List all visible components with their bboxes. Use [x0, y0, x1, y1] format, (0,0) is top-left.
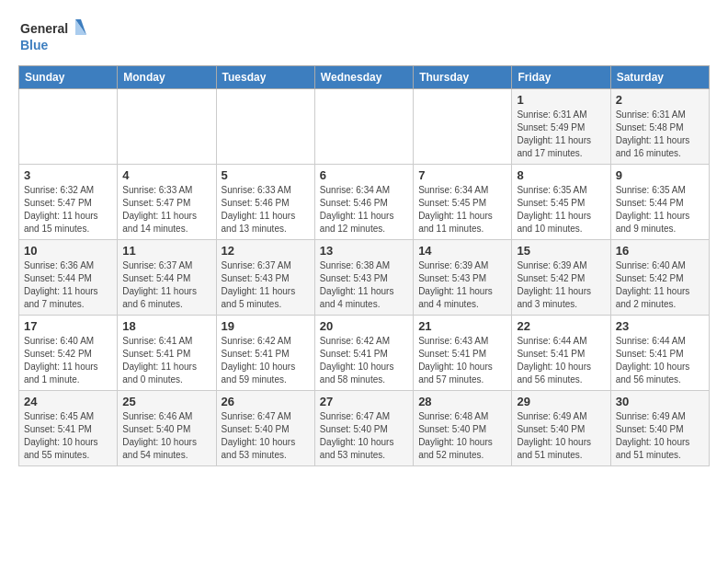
- day-info: Sunrise: 6:37 AM Sunset: 5:44 PM Dayligh…: [122, 259, 210, 311]
- day-info: Sunrise: 6:36 AM Sunset: 5:44 PM Dayligh…: [24, 259, 112, 311]
- calendar-cell: [414, 89, 512, 165]
- logo: General Blue: [18, 15, 92, 56]
- day-number: 7: [418, 168, 506, 182]
- day-number: 20: [320, 319, 408, 333]
- day-info: Sunrise: 6:40 AM Sunset: 5:42 PM Dayligh…: [616, 259, 704, 311]
- day-info: Sunrise: 6:34 AM Sunset: 5:45 PM Dayligh…: [418, 184, 506, 236]
- weekday-header-tuesday: Tuesday: [216, 66, 314, 89]
- calendar-cell: 29Sunrise: 6:49 AM Sunset: 5:40 PM Dayli…: [512, 391, 610, 466]
- day-info: Sunrise: 6:39 AM Sunset: 5:43 PM Dayligh…: [418, 259, 506, 311]
- svg-text:General: General: [20, 21, 68, 36]
- calendar-cell: 18Sunrise: 6:41 AM Sunset: 5:41 PM Dayli…: [118, 316, 216, 391]
- day-info: Sunrise: 6:33 AM Sunset: 5:47 PM Dayligh…: [122, 184, 210, 236]
- day-info: Sunrise: 6:43 AM Sunset: 5:41 PM Dayligh…: [418, 335, 506, 386]
- weekday-header-thursday: Thursday: [414, 66, 512, 89]
- day-info: Sunrise: 6:40 AM Sunset: 5:42 PM Dayligh…: [24, 335, 112, 386]
- day-number: 23: [616, 319, 704, 333]
- day-number: 25: [122, 395, 210, 408]
- calendar-cell: 11Sunrise: 6:37 AM Sunset: 5:44 PM Dayli…: [118, 240, 216, 316]
- day-info: Sunrise: 6:33 AM Sunset: 5:46 PM Dayligh…: [222, 184, 310, 236]
- day-number: 30: [616, 395, 704, 408]
- day-number: 9: [616, 168, 704, 182]
- calendar-cell: 22Sunrise: 6:44 AM Sunset: 5:41 PM Dayli…: [512, 316, 610, 391]
- calendar-cell: 15Sunrise: 6:39 AM Sunset: 5:42 PM Dayli…: [512, 240, 610, 316]
- weekday-header-sunday: Sunday: [19, 66, 118, 89]
- day-number: 10: [24, 244, 112, 258]
- calendar-cell: 17Sunrise: 6:40 AM Sunset: 5:42 PM Dayli…: [19, 316, 118, 391]
- day-number: 21: [418, 319, 506, 333]
- calendar-cell: 20Sunrise: 6:42 AM Sunset: 5:41 PM Dayli…: [314, 316, 413, 391]
- day-number: 22: [517, 319, 605, 333]
- calendar-cell: 3Sunrise: 6:32 AM Sunset: 5:47 PM Daylig…: [19, 165, 118, 240]
- calendar-week-row: 24Sunrise: 6:45 AM Sunset: 5:41 PM Dayli…: [19, 391, 710, 466]
- calendar-cell: 16Sunrise: 6:40 AM Sunset: 5:42 PM Dayli…: [610, 240, 709, 316]
- calendar-cell: 12Sunrise: 6:37 AM Sunset: 5:43 PM Dayli…: [216, 240, 314, 316]
- day-number: 26: [222, 395, 310, 408]
- day-number: 28: [418, 395, 506, 408]
- day-info: Sunrise: 6:32 AM Sunset: 5:47 PM Dayligh…: [24, 184, 112, 236]
- calendar-cell: 26Sunrise: 6:47 AM Sunset: 5:40 PM Dayli…: [216, 391, 314, 466]
- day-number: 18: [122, 319, 210, 333]
- day-info: Sunrise: 6:38 AM Sunset: 5:43 PM Dayligh…: [320, 259, 408, 311]
- calendar-week-row: 10Sunrise: 6:36 AM Sunset: 5:44 PM Dayli…: [19, 240, 710, 316]
- calendar-cell: 7Sunrise: 6:34 AM Sunset: 5:45 PM Daylig…: [414, 165, 512, 240]
- day-info: Sunrise: 6:49 AM Sunset: 5:40 PM Dayligh…: [517, 410, 605, 462]
- day-number: 14: [418, 244, 506, 258]
- day-info: Sunrise: 6:34 AM Sunset: 5:46 PM Dayligh…: [320, 184, 408, 236]
- day-number: 3: [24, 168, 112, 182]
- calendar-cell: 14Sunrise: 6:39 AM Sunset: 5:43 PM Dayli…: [414, 240, 512, 316]
- day-info: Sunrise: 6:42 AM Sunset: 5:41 PM Dayligh…: [222, 335, 310, 386]
- calendar-cell: 4Sunrise: 6:33 AM Sunset: 5:47 PM Daylig…: [118, 165, 216, 240]
- calendar-cell: 13Sunrise: 6:38 AM Sunset: 5:43 PM Dayli…: [314, 240, 413, 316]
- day-number: 17: [24, 319, 112, 333]
- weekday-header-monday: Monday: [118, 66, 216, 89]
- day-number: 6: [320, 168, 408, 182]
- day-number: 15: [517, 244, 605, 258]
- calendar-cell: 23Sunrise: 6:44 AM Sunset: 5:41 PM Dayli…: [610, 316, 709, 391]
- day-info: Sunrise: 6:31 AM Sunset: 5:49 PM Dayligh…: [517, 109, 605, 160]
- page-header: General Blue: [18, 15, 710, 56]
- day-number: 27: [320, 395, 408, 408]
- day-info: Sunrise: 6:37 AM Sunset: 5:43 PM Dayligh…: [222, 259, 310, 311]
- day-info: Sunrise: 6:47 AM Sunset: 5:40 PM Dayligh…: [222, 410, 310, 462]
- calendar-cell: 5Sunrise: 6:33 AM Sunset: 5:46 PM Daylig…: [216, 165, 314, 240]
- day-info: Sunrise: 6:45 AM Sunset: 5:41 PM Dayligh…: [24, 410, 112, 462]
- day-info: Sunrise: 6:35 AM Sunset: 5:45 PM Dayligh…: [517, 184, 605, 236]
- day-info: Sunrise: 6:41 AM Sunset: 5:41 PM Dayligh…: [122, 335, 210, 386]
- logo-svg: General Blue: [18, 15, 92, 56]
- calendar-cell: [118, 89, 216, 165]
- calendar-header-row: SundayMondayTuesdayWednesdayThursdayFrid…: [19, 66, 710, 89]
- svg-text:Blue: Blue: [20, 38, 49, 52]
- day-number: 2: [616, 93, 704, 107]
- weekday-header-friday: Friday: [512, 66, 610, 89]
- day-number: 19: [222, 319, 310, 333]
- calendar-cell: 24Sunrise: 6:45 AM Sunset: 5:41 PM Dayli…: [19, 391, 118, 466]
- day-info: Sunrise: 6:49 AM Sunset: 5:40 PM Dayligh…: [616, 410, 704, 462]
- weekday-header-wednesday: Wednesday: [314, 66, 413, 89]
- day-info: Sunrise: 6:47 AM Sunset: 5:40 PM Dayligh…: [320, 410, 408, 462]
- day-number: 12: [222, 244, 310, 258]
- calendar-cell: 6Sunrise: 6:34 AM Sunset: 5:46 PM Daylig…: [314, 165, 413, 240]
- day-info: Sunrise: 6:31 AM Sunset: 5:48 PM Dayligh…: [616, 109, 704, 160]
- calendar-cell: 30Sunrise: 6:49 AM Sunset: 5:40 PM Dayli…: [610, 391, 709, 466]
- calendar-cell: [216, 89, 314, 165]
- calendar-week-row: 17Sunrise: 6:40 AM Sunset: 5:42 PM Dayli…: [19, 316, 710, 391]
- calendar-week-row: 3Sunrise: 6:32 AM Sunset: 5:47 PM Daylig…: [19, 165, 710, 240]
- day-number: 4: [122, 168, 210, 182]
- day-info: Sunrise: 6:39 AM Sunset: 5:42 PM Dayligh…: [517, 259, 605, 311]
- calendar-cell: [314, 89, 413, 165]
- day-info: Sunrise: 6:44 AM Sunset: 5:41 PM Dayligh…: [616, 335, 704, 386]
- day-info: Sunrise: 6:42 AM Sunset: 5:41 PM Dayligh…: [320, 335, 408, 386]
- day-number: 13: [320, 244, 408, 258]
- calendar-cell: 2Sunrise: 6:31 AM Sunset: 5:48 PM Daylig…: [610, 89, 709, 165]
- day-number: 11: [122, 244, 210, 258]
- calendar-cell: 19Sunrise: 6:42 AM Sunset: 5:41 PM Dayli…: [216, 316, 314, 391]
- calendar-cell: [19, 89, 118, 165]
- day-info: Sunrise: 6:48 AM Sunset: 5:40 PM Dayligh…: [418, 410, 506, 462]
- calendar-table: SundayMondayTuesdayWednesdayThursdayFrid…: [18, 65, 710, 466]
- day-info: Sunrise: 6:44 AM Sunset: 5:41 PM Dayligh…: [517, 335, 605, 386]
- day-number: 8: [517, 168, 605, 182]
- day-number: 5: [222, 168, 310, 182]
- calendar-cell: 28Sunrise: 6:48 AM Sunset: 5:40 PM Dayli…: [414, 391, 512, 466]
- day-number: 24: [24, 395, 112, 408]
